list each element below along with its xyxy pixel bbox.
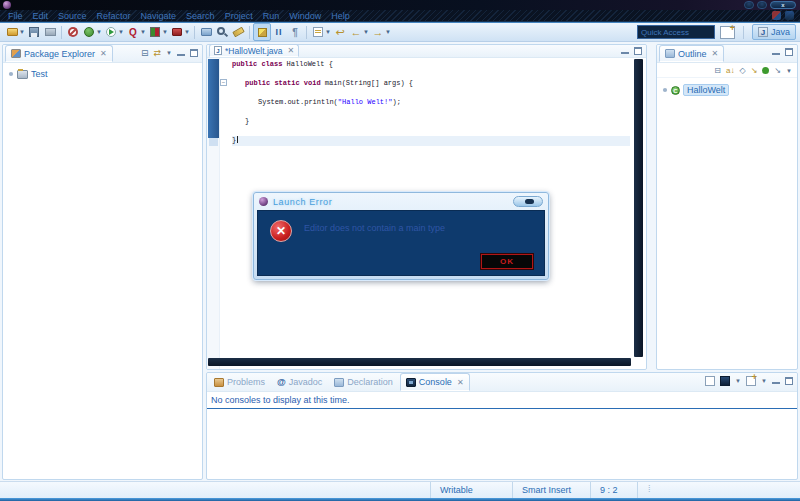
outline-item-hallowelt[interactable]: C HalloWelt <box>660 83 794 97</box>
dialog-body: ✕ Editor does not contain a main type OK <box>257 210 545 276</box>
menu-edit[interactable]: Edit <box>28 11 54 21</box>
tab-package-explorer[interactable]: Package Explorer ✕ <box>5 45 113 62</box>
text-caret <box>237 136 238 143</box>
open-perspective-icon[interactable] <box>720 26 735 39</box>
declaration-icon <box>334 378 344 387</box>
maximize-icon[interactable] <box>785 377 793 385</box>
horizontal-scrollbar[interactable] <box>208 358 631 366</box>
menu-file[interactable]: File <box>3 11 28 21</box>
dialog-title-bar[interactable]: Launch Error <box>254 193 548 210</box>
outline-icon <box>665 49 675 58</box>
hide-static-icon[interactable]: ↘ <box>751 66 758 75</box>
view-menu-icon[interactable]: ▼ <box>166 50 172 56</box>
expander-icon[interactable] <box>9 72 13 76</box>
launch-error-dialog: Launch Error ✕ Editor does not contain a… <box>253 192 549 280</box>
menu-source[interactable]: Source <box>53 11 92 21</box>
open-type-icon[interactable] <box>215 25 229 39</box>
skip-breakpoints-icon[interactable] <box>66 25 80 39</box>
display-console-icon[interactable] <box>720 376 730 386</box>
status-writable: Writable <box>430 482 512 499</box>
tab-outline[interactable]: Outline ✕ <box>659 45 724 62</box>
package-explorer-icon <box>11 49 21 58</box>
close-icon[interactable]: ✕ <box>457 378 464 387</box>
menu-run[interactable]: Run <box>258 11 285 21</box>
tab-console[interactable]: Console ✕ <box>400 373 470 391</box>
tree-item-test-project[interactable]: Test <box>6 68 199 80</box>
tab-javadoc[interactable]: @ Javadoc <box>272 373 327 391</box>
menu-navigate[interactable]: Navigate <box>136 11 182 21</box>
external-tools-icon[interactable] <box>170 25 184 39</box>
menu-refactor[interactable]: Refactor <box>92 11 136 21</box>
link-editor-icon[interactable]: ⇄ <box>154 48 162 58</box>
package-explorer-panel: Package Explorer ✕ ⊟ ⇄ ▼ Test <box>2 44 203 480</box>
hide-fields-icon[interactable]: ◇ <box>739 66 745 75</box>
collapse-all-icon[interactable]: ⊟ <box>141 48 149 58</box>
menu-bar: File Edit Source Refactor Navigate Searc… <box>0 10 800 22</box>
mark-occurrences-icon[interactable] <box>255 25 269 39</box>
tab-problems[interactable]: Problems <box>209 373 270 391</box>
minimize-icon[interactable] <box>177 49 185 57</box>
hide-non-public-icon[interactable] <box>762 67 769 74</box>
window-maximize-icon[interactable] <box>757 1 767 9</box>
vertical-scrollbar[interactable] <box>634 59 643 357</box>
forward-icon[interactable]: → <box>371 25 385 39</box>
back-icon[interactable]: ← <box>349 25 363 39</box>
annotations-icon[interactable] <box>311 25 325 39</box>
new-wizard-icon[interactable] <box>5 25 19 39</box>
collapse-all-icon[interactable]: ⊟ <box>714 66 721 75</box>
tab-hallowelt-java[interactable]: J *HalloWelt.java ✕ <box>209 44 299 57</box>
menu-window[interactable]: Window <box>284 11 326 21</box>
open-console-icon[interactable] <box>705 376 715 386</box>
status-bar: Writable Smart Insert 9 : 2 ⁞ <box>0 481 800 498</box>
close-icon[interactable]: ✕ <box>712 49 719 58</box>
current-line-marker <box>209 138 218 146</box>
minimize-icon[interactable] <box>621 47 629 55</box>
error-icon: ✕ <box>270 220 292 242</box>
coverage-icon[interactable] <box>148 25 162 39</box>
pin-console-icon[interactable] <box>746 376 756 386</box>
title-bar: x <box>0 0 800 10</box>
tab-declaration[interactable]: Declaration <box>329 373 398 391</box>
main-toolbar: ▼ ▼ ▼ Q▼ ▼ ▼ II ¶ ▼ ↩ ←▼ →▼ J Java <box>0 22 800 42</box>
menu-help[interactable]: Help <box>326 11 355 21</box>
javadoc-icon: @ <box>277 377 286 387</box>
console-message: No consoles to display at this time. <box>207 393 797 409</box>
open-console-menu-icon[interactable]: ▼ <box>761 378 767 384</box>
show-whitespace-icon[interactable]: ¶ <box>288 25 302 39</box>
window-minimize-icon[interactable] <box>744 1 754 9</box>
profile-icon[interactable]: Q <box>126 25 140 39</box>
maximize-icon[interactable] <box>785 48 793 56</box>
java-perspective-button[interactable]: J Java <box>752 24 796 40</box>
run-icon[interactable] <box>104 25 118 39</box>
last-edit-icon[interactable]: ↩ <box>333 25 347 39</box>
sort-icon[interactable]: a↓ <box>726 66 734 75</box>
hide-local-types-icon[interactable]: ↘ <box>774 66 781 75</box>
status-caret-position: 9 : 2 <box>590 482 638 499</box>
window-close-icon[interactable]: x <box>770 1 796 9</box>
close-icon[interactable]: ✕ <box>100 49 107 58</box>
search-icon[interactable] <box>231 25 245 39</box>
close-icon[interactable]: ✕ <box>287 46 294 55</box>
minimize-icon[interactable] <box>772 377 780 385</box>
save-icon[interactable] <box>27 25 41 39</box>
debug-icon[interactable] <box>82 25 96 39</box>
menu-search[interactable]: Search <box>181 11 220 21</box>
code-area[interactable]: public class HalloWelt { public static v… <box>232 60 630 146</box>
java-project-icon <box>17 70 28 79</box>
maximize-icon[interactable] <box>190 49 198 57</box>
fold-collapse-icon[interactable]: − <box>220 79 227 86</box>
print-icon[interactable] <box>43 25 57 39</box>
ok-button[interactable]: OK <box>481 254 533 269</box>
new-java-project-icon[interactable] <box>199 25 213 39</box>
dialog-close-icon[interactable] <box>513 196 543 207</box>
display-console-menu-icon[interactable]: ▼ <box>735 378 741 384</box>
expander-icon[interactable] <box>663 88 667 92</box>
block-selection-icon[interactable]: II <box>272 25 286 39</box>
minimize-icon[interactable] <box>772 48 780 56</box>
menu-project[interactable]: Project <box>220 11 258 21</box>
outline-panel: Outline ✕ ⊟ a↓ ◇ ↘ ↘ ▼ C HalloWelt <box>656 44 798 370</box>
maximize-icon[interactable] <box>634 47 642 55</box>
view-menu-icon[interactable]: ▼ <box>786 68 792 74</box>
problems-icon <box>214 378 224 387</box>
quick-access-input[interactable] <box>637 25 715 39</box>
